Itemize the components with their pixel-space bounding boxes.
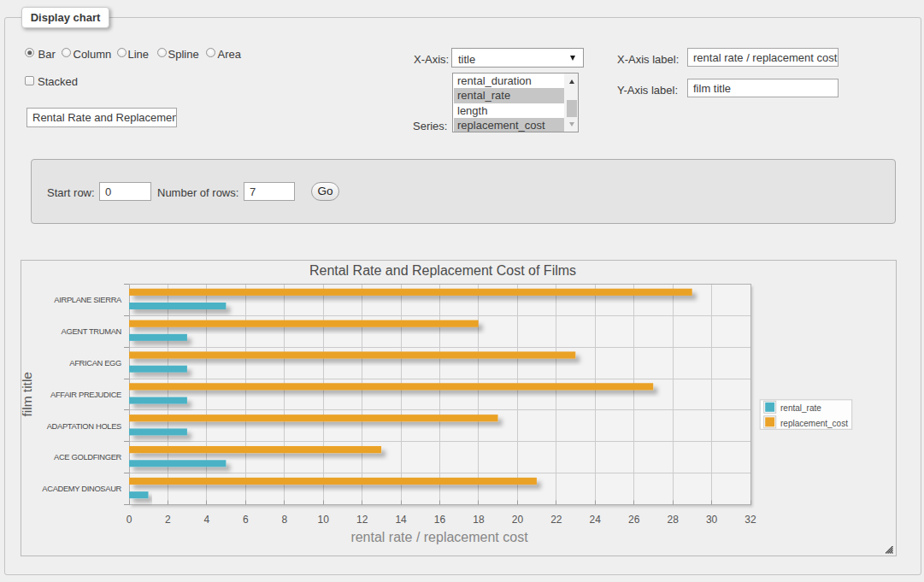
svg-text:22: 22 xyxy=(550,514,562,526)
svg-text:replacement_cost: replacement_cost xyxy=(780,419,848,428)
svg-text:30: 30 xyxy=(706,514,718,526)
svg-text:6: 6 xyxy=(243,514,249,526)
svg-text:film title: film title xyxy=(21,372,34,417)
svg-text:0: 0 xyxy=(127,514,132,526)
svg-text:Rental Rate and Replacement Co: Rental Rate and Replacement Cost of Film… xyxy=(309,263,576,278)
svg-text:rental_rate: rental_rate xyxy=(780,403,821,413)
svg-text:AFFAIR PREJUDICE: AFFAIR PREJUDICE xyxy=(50,390,121,399)
svg-text:AIRPLANE SIERRA: AIRPLANE SIERRA xyxy=(54,295,122,304)
svg-text:28: 28 xyxy=(667,514,679,526)
svg-text:14: 14 xyxy=(395,514,407,526)
svg-text:AGENT TRUMAN: AGENT TRUMAN xyxy=(62,326,121,336)
svg-text:ACE GOLDFINGER: ACE GOLDFINGER xyxy=(54,452,122,461)
svg-text:ACADEMY DINOSAUR: ACADEMY DINOSAUR xyxy=(42,484,121,493)
svg-text:18: 18 xyxy=(473,514,485,526)
svg-text:16: 16 xyxy=(434,514,446,526)
svg-text:20: 20 xyxy=(512,514,524,526)
svg-text:AFRICAN EGG: AFRICAN EGG xyxy=(69,358,121,367)
svg-text:4: 4 xyxy=(204,514,210,526)
svg-text:2: 2 xyxy=(165,514,171,526)
svg-text:8: 8 xyxy=(281,514,287,526)
svg-text:rental rate / replacement cost: rental rate / replacement cost xyxy=(350,530,528,544)
svg-text:32: 32 xyxy=(744,514,756,526)
svg-text:10: 10 xyxy=(318,514,330,526)
svg-text:24: 24 xyxy=(590,514,602,526)
svg-text:ADAPTATION HOLES: ADAPTATION HOLES xyxy=(47,421,121,431)
svg-text:26: 26 xyxy=(628,514,640,526)
svg-text:12: 12 xyxy=(356,514,368,526)
